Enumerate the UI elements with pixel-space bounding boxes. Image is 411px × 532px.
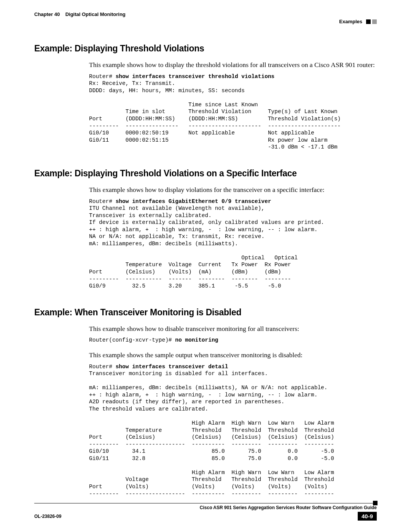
cli-prompt: Router# xyxy=(89,73,116,80)
intro-text: This example shows how to display the th… xyxy=(89,61,377,69)
breadcrumb-row: Examples xyxy=(34,19,377,24)
cli-output: Rx: Receive, Tx: Transmit. DDDD: days, H… xyxy=(89,80,341,150)
breadcrumb: Examples xyxy=(339,19,362,24)
cli-block: Router# show interfaces transceiver deta… xyxy=(89,363,377,497)
cli-prompt: Router# xyxy=(89,198,116,204)
footer-rule xyxy=(34,503,377,503)
chapter-title: Digital Optical Monitoring xyxy=(65,11,126,17)
footer-guide-title: Cisco ASR 901 Series Aggregation Service… xyxy=(34,505,377,510)
section-heading-monitoring-disabled: Example: When Transceiver Monitoring is … xyxy=(34,307,377,318)
chapter-label: Chapter 40 xyxy=(34,11,60,17)
header-accent-gray-box xyxy=(372,19,377,24)
page-header: Chapter 40 Digital Optical Monitoring xyxy=(34,11,377,17)
cli-prompt: Router(config-xcvr-type)# xyxy=(89,337,175,343)
footer-doc-id: OL-23826-09 xyxy=(34,514,61,519)
cli-output: Transceiver monitoring is disabled for a… xyxy=(89,371,334,497)
intro-text: This example shows how to disable transc… xyxy=(89,324,377,333)
cli-command: show interfaces GigabitEthernet 0/9 tran… xyxy=(116,198,271,204)
section-heading-threshold-violations: Example: Displaying Threshold Violations xyxy=(34,43,377,54)
cli-block: Router# show interfaces transceiver thre… xyxy=(89,73,377,151)
cli-command: show interfaces transceiver threshold vi… xyxy=(116,73,275,80)
cli-command: show interfaces transceiver detail xyxy=(116,364,228,370)
section-heading-specific-interface: Example: Displaying Threshold Violations… xyxy=(34,168,377,179)
cli-prompt: Router# xyxy=(89,364,116,370)
intro-text: This example shows how to display violat… xyxy=(89,185,377,194)
page-number: 40-9 xyxy=(358,512,377,521)
cli-command: no monitoring xyxy=(175,337,218,343)
footer-rule-end-icon xyxy=(373,501,378,505)
cli-output: ITU Channel not available (Wavelength no… xyxy=(89,205,324,289)
page-footer: Cisco ASR 901 Series Aggregation Service… xyxy=(34,503,377,521)
intro-text: This example shows the sample output whe… xyxy=(89,351,377,359)
cli-block: Router# show interfaces GigabitEthernet … xyxy=(89,198,377,290)
header-accent-black-box xyxy=(366,19,371,24)
cli-block: Router(config-xcvr-type)# no monitoring xyxy=(89,337,377,344)
